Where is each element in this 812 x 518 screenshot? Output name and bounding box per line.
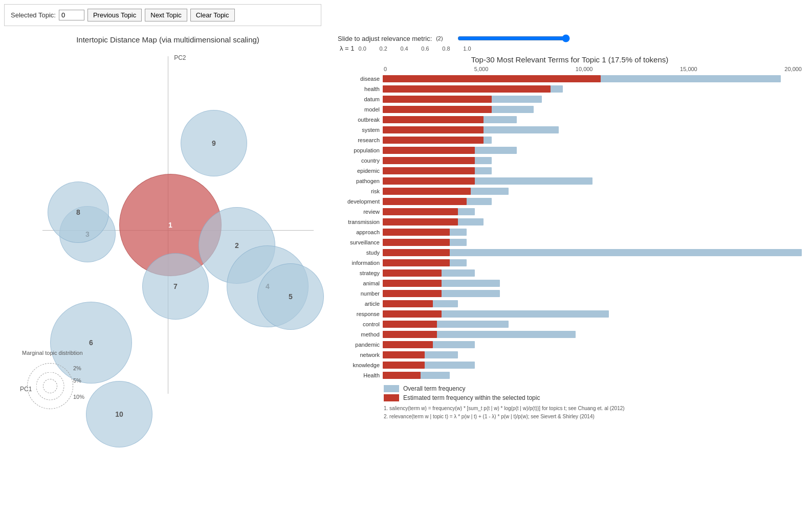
bar-track-study <box>383 249 802 256</box>
bar-row: strategy <box>338 268 802 278</box>
bar-track-pandemic <box>383 341 802 348</box>
bar-fg-epidemic <box>383 167 475 174</box>
bar-label-development: development <box>338 198 383 205</box>
bar-label-disease: disease <box>338 76 383 82</box>
bar-fg-disease <box>383 75 601 82</box>
prev-topic-button[interactable]: Previous Topic <box>87 9 142 21</box>
bar-row: model <box>338 105 802 114</box>
bar-row: research <box>338 136 802 145</box>
bar-track-information <box>383 259 802 266</box>
bubble-7[interactable]: 7 <box>142 253 209 320</box>
slider-ticks: 0.0 0.2 0.4 0.6 0.8 1.0 <box>359 46 471 52</box>
bar-row: study <box>338 248 802 257</box>
bar-row: country <box>338 156 802 165</box>
bar-fg-surveillance <box>383 239 450 246</box>
bar-label-approach: approach <box>338 229 383 235</box>
bar-fg-system <box>383 126 484 133</box>
bar-fg-risk <box>383 188 471 195</box>
bar-track-article <box>383 300 802 307</box>
bar-track-Health <box>383 372 802 379</box>
clear-topic-button[interactable]: Clear Topic <box>190 9 235 21</box>
legend-area: Overall term frequency Estimated term fr… <box>338 385 802 401</box>
bar-label-pathogen: pathogen <box>338 178 383 184</box>
bar-fg-network <box>383 351 425 358</box>
bar-row: surveillance <box>338 238 802 247</box>
selected-topic-input[interactable] <box>59 10 84 20</box>
next-topic-button[interactable]: Next Topic <box>145 9 187 21</box>
footnotes: 1. saliency(term w) = frequency(w) * [su… <box>338 404 802 421</box>
bar-label-epidemic: epidemic <box>338 168 383 174</box>
bar-track-epidemic <box>383 167 802 174</box>
bar-track-disease <box>383 75 802 82</box>
bar-fg-transmission <box>383 218 458 226</box>
slider-row: Slide to adjust relevance metric: (2) <box>338 34 802 42</box>
bubble-10[interactable]: 10 <box>86 381 152 447</box>
bar-fg-article <box>383 300 433 307</box>
pc2-label: PC2 <box>174 54 186 61</box>
bar-label-article: article <box>338 301 383 307</box>
bar-label-research: research <box>338 137 383 143</box>
bar-fg-information <box>383 259 450 266</box>
red-swatch <box>384 394 399 401</box>
main-layout: Intertopic Distance Map (via multidimens… <box>0 30 812 421</box>
bar-fg-pathogen <box>383 177 475 185</box>
x-axis-labels: 0 5,000 10,000 15,000 20,000 <box>338 66 802 72</box>
bar-track-number <box>383 290 802 297</box>
bar-track-review <box>383 208 802 215</box>
bar-row: method <box>338 330 802 339</box>
bar-track-system <box>383 126 802 133</box>
pct-5-label: 5% <box>73 377 81 384</box>
bar-track-approach <box>383 229 802 236</box>
footnote: 2. relevance(term w | topic t) = λ * p(w… <box>384 413 802 421</box>
bar-label-control: control <box>338 321 383 327</box>
bar-row: Health <box>338 371 802 380</box>
bar-fg-animal <box>383 280 442 287</box>
bar-label-number: number <box>338 290 383 297</box>
bar-track-health <box>383 85 802 93</box>
bar-row: population <box>338 146 802 155</box>
bar-fg-Health <box>383 372 421 379</box>
bar-label-model: model <box>338 106 383 112</box>
marginal-legend: Marginal topic distribtion 2% 5% 10% <box>22 350 83 409</box>
bar-row: disease <box>338 74 802 83</box>
bar-row: datum <box>338 95 802 104</box>
selected-topic-label: Selected Topic: <box>11 11 56 19</box>
relevance-slider[interactable] <box>457 34 570 42</box>
bar-track-surveillance <box>383 239 802 246</box>
bubble-5[interactable]: 5 <box>257 263 324 330</box>
bar-label-datum: datum <box>338 96 383 102</box>
bar-label-review: review <box>338 209 383 215</box>
bar-track-country <box>383 157 802 164</box>
bar-fg-population <box>383 147 475 154</box>
bar-fg-review <box>383 208 458 215</box>
bar-row: article <box>338 299 802 308</box>
bar-fg-study <box>383 249 450 256</box>
bar-fg-number <box>383 290 442 297</box>
bar-row: risk <box>338 187 802 196</box>
bar-track-population <box>383 147 802 154</box>
bar-fg-development <box>383 198 467 205</box>
right-panel: Slide to adjust relevance metric: (2) λ … <box>332 30 808 421</box>
bar-fg-research <box>383 137 484 144</box>
legend-red: Estimated term frequency within the sele… <box>384 394 802 401</box>
bar-row: review <box>338 207 802 216</box>
left-panel: Intertopic Distance Map (via multidimens… <box>4 30 332 421</box>
bar-row: response <box>338 309 802 319</box>
bar-track-pathogen <box>383 177 802 185</box>
bar-track-outbreak <box>383 116 802 123</box>
bar-label-surveillance: surveillance <box>338 239 383 245</box>
bubble-8[interactable]: 8 <box>48 182 109 243</box>
chart-title: Top-30 Most Relevant Terms for Topic 1 (… <box>338 55 802 64</box>
bar-label-population: population <box>338 147 383 153</box>
bar-fg-knowledge <box>383 362 425 369</box>
slider-label: Slide to adjust relevance metric: <box>338 35 432 42</box>
bar-track-datum <box>383 96 802 103</box>
blue-swatch <box>384 385 399 392</box>
bubble-9[interactable]: 9 <box>181 110 247 176</box>
scatter-container: PC1 PC2 12345678910 Marginal topic distr… <box>12 46 324 414</box>
slider-note: (2) <box>436 35 443 41</box>
pct-2-label: 2% <box>73 365 81 371</box>
bar-fg-model <box>383 106 492 113</box>
bar-chart: diseasehealthdatummodeloutbreaksystemres… <box>338 74 802 380</box>
bar-fg-pandemic <box>383 341 433 348</box>
